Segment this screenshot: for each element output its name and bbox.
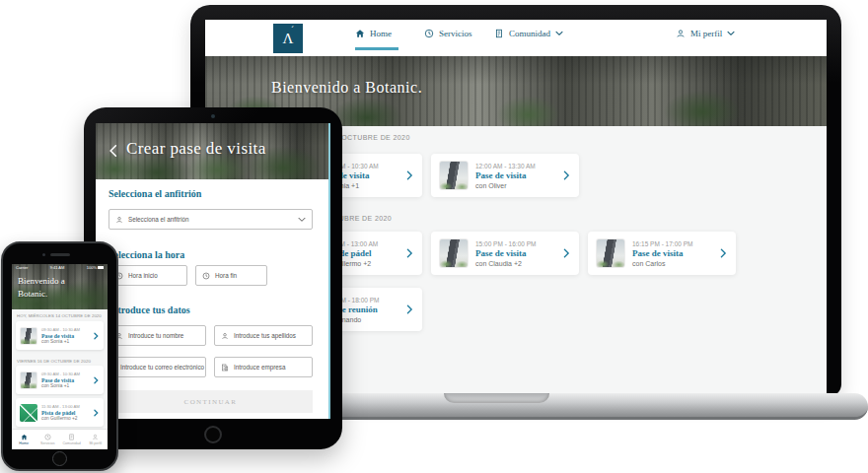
- pass-card[interactable]: 16:15 PM - 17:00 PM Pase de visita con C…: [588, 232, 736, 275]
- pass-card[interactable]: 09:30 AM - 10:30 AM Pase de visita con S…: [16, 321, 104, 350]
- tab-comunidad-label: Comunidad: [62, 441, 80, 445]
- chevron-down-icon: [555, 31, 563, 36]
- host-select[interactable]: Selecciona el anfitrión: [108, 209, 313, 230]
- end-time-field[interactable]: Hora fin: [195, 265, 267, 286]
- person-icon: [92, 434, 99, 440]
- data-section-heading: Introduce tus datos: [108, 304, 190, 315]
- name-placeholder: Introduce tu nombre: [128, 332, 183, 339]
- pass-time: 12:00 AM - 13:30 AM: [475, 163, 536, 169]
- chevron-down-icon: [298, 217, 306, 223]
- pass-time: 16:15 PM - 17:00 PM: [632, 240, 692, 247]
- pass-title: Pase de visita: [41, 333, 80, 339]
- pass-time: 09:30 AM - 10:30 AM: [41, 372, 80, 376]
- chevron-right-icon: [94, 376, 99, 384]
- building-thumbnail: [596, 238, 625, 268]
- document-icon: [68, 434, 75, 440]
- chevron-right-icon: [563, 170, 570, 180]
- person-icon: [221, 332, 229, 340]
- pass-subtitle: con Carlos: [632, 260, 692, 267]
- host-select-placeholder: Selecciona el anfitrión: [128, 216, 189, 223]
- botanic-logo[interactable]: Λ ´: [273, 24, 303, 53]
- phone-camera: [42, 253, 45, 256]
- end-time-placeholder: Hora fin: [215, 272, 237, 279]
- chevron-right-icon: [406, 170, 413, 180]
- battery-icon: [98, 266, 104, 269]
- surname-placeholder: Introduce tus apellidos: [234, 332, 296, 339]
- email-field[interactable]: Introduce tu correo electrónico: [108, 357, 206, 377]
- building-thumbnail: [20, 327, 37, 345]
- pass-card[interactable]: 11:30 AM - 13:00 AM Pista de pádel con G…: [16, 398, 104, 427]
- host-section-heading: Selecciona el anfitrión: [108, 188, 201, 199]
- building-thumbnail: [439, 238, 469, 268]
- tablet-screen: Crear pase de visita Selecciona el anfit…: [96, 123, 330, 419]
- tab-home-label: Home: [19, 441, 29, 445]
- phone-device: Carrier 9:41 AM 100% Bienvenido a Botani…: [1, 241, 118, 471]
- nav-home-label: Home: [370, 29, 392, 38]
- nav-item-mi-perfil[interactable]: Mi perfil: [676, 29, 735, 38]
- date-header: HOY, MIÉRCOLES 14 OCTUBRE DE 2020: [17, 313, 102, 318]
- tab-servicios[interactable]: Servicios: [36, 430, 59, 449]
- battery-label: 100%: [87, 265, 104, 270]
- chevron-right-icon: [406, 304, 413, 314]
- pass-subtitle: con Sonia +1: [41, 383, 80, 388]
- tab-mi-perfil[interactable]: Mi perfil: [84, 430, 108, 449]
- email-placeholder: Introduce tu correo electrónico: [120, 364, 204, 371]
- tab-mi-perfil-label: Mi perfil: [90, 441, 103, 445]
- tab-home[interactable]: Home: [12, 430, 36, 449]
- building-icon: [221, 364, 229, 372]
- name-field[interactable]: Introduce tu nombre: [108, 325, 206, 346]
- continue-button[interactable]: CONTINUAR: [108, 390, 313, 413]
- phone-hero-title: Bienvenido a Botanic.: [18, 275, 65, 300]
- phone-hero-image: Carrier 9:41 AM 100% Bienvenido a Botani…: [12, 264, 108, 309]
- nav-item-home[interactable]: Home: [355, 29, 392, 38]
- padel-thumbnail: [20, 404, 37, 422]
- surname-field[interactable]: Introduce tus apellidos: [214, 325, 313, 346]
- clock-icon: [44, 434, 51, 440]
- company-field[interactable]: Introduce empresa: [214, 357, 313, 377]
- pass-title: Pase de visita: [41, 377, 80, 383]
- nav-item-comunidad[interactable]: Comunidad: [494, 29, 563, 38]
- phone-screen: Carrier 9:41 AM 100% Bienvenido a Botani…: [12, 264, 108, 449]
- tab-comunidad[interactable]: Comunidad: [60, 430, 84, 449]
- clock-icon: [424, 29, 434, 38]
- pass-card[interactable]: 12:00 AM - 13:30 AM Pase de visita con O…: [431, 154, 579, 197]
- chevron-right-icon: [563, 248, 570, 258]
- phone-speaker: [50, 253, 70, 256]
- pass-card[interactable]: 09:30 AM - 10:30 AM Pase de visita con S…: [16, 366, 104, 394]
- pass-subtitle: con Claudia +2: [475, 260, 536, 267]
- nav-comunidad-label: Comunidad: [509, 29, 550, 38]
- phone-tabbar: Home Servicios Comunidad Mi perfil: [12, 429, 108, 449]
- start-time-placeholder: Hora inicio: [128, 272, 158, 279]
- clock-icon: [202, 272, 210, 280]
- chevron-right-icon: [406, 248, 413, 258]
- home-icon: [355, 29, 365, 38]
- tablet-header-image: Crear pase de visita: [96, 123, 330, 179]
- start-time-field[interactable]: Hora inicio: [108, 265, 187, 286]
- date-header: VIERNES 16 DE OCTUBRE DE 2020: [17, 359, 91, 364]
- building-thumbnail: [20, 372, 37, 389]
- tablet-camera: [211, 114, 215, 118]
- laptop-hero-title: Bienvenido a Botanic.: [271, 79, 422, 97]
- tablet-device: Crear pase de visita Selecciona el anfit…: [84, 107, 342, 449]
- pass-time: 11:30 AM - 13:00 AM: [41, 404, 80, 409]
- pass-title: Pase de visita: [475, 248, 536, 258]
- time-section-heading: Selecciona la hora: [108, 249, 184, 260]
- logo-accent: ´: [291, 25, 294, 34]
- tablet-home-button[interactable]: [204, 426, 222, 443]
- back-chevron-icon[interactable]: [108, 144, 118, 158]
- pass-subtitle: con Guillermo +2: [41, 416, 80, 421]
- building-thumbnail: [439, 161, 469, 190]
- pass-card[interactable]: 15:00 PM - 16:00 PM Pase de visita con C…: [431, 232, 579, 275]
- chevron-right-icon: [720, 248, 727, 258]
- pass-time: 09:30 AM - 10:30 AM: [41, 327, 80, 332]
- pass-title: Pase de visita: [632, 248, 692, 258]
- phone-home-button[interactable]: [52, 451, 67, 466]
- pass-title: Pase de visita: [475, 170, 536, 180]
- carrier-label: Carrier: [16, 265, 28, 270]
- home-icon: [21, 434, 28, 440]
- nav-item-servicios[interactable]: Servicios: [424, 29, 472, 38]
- chevron-right-icon: [94, 409, 99, 417]
- person-icon: [676, 29, 686, 38]
- nav-home-active-underline: [355, 47, 398, 50]
- laptop-navbar: Λ ´ Home Servicios Comunidad: [205, 20, 827, 56]
